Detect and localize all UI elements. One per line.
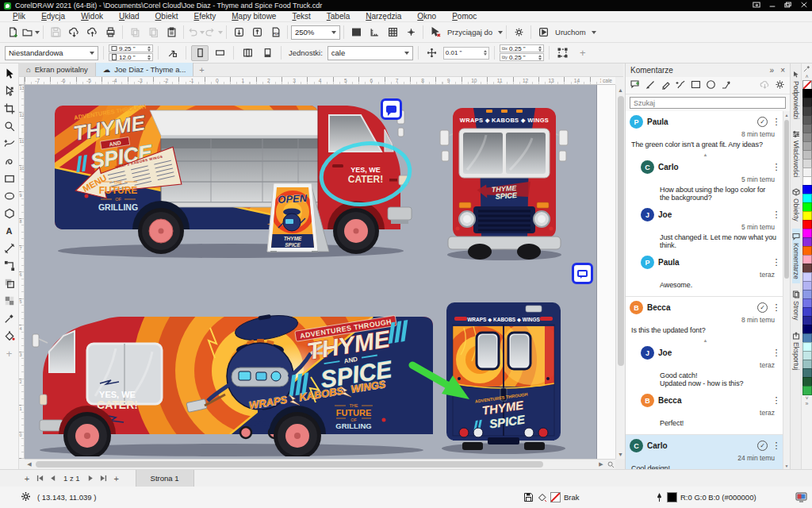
comment-menu-icon[interactable]: ⋮ <box>772 441 781 451</box>
ellipse-tool[interactable] <box>1 187 18 205</box>
previous-page-button[interactable] <box>46 472 59 485</box>
menu-widok[interactable]: Widok <box>73 12 111 21</box>
minimize-button[interactable] <box>768 2 776 10</box>
comment-reply[interactable]: J Joe ⋮ teraz Good catch! Updated now - … <box>641 344 781 391</box>
first-page-button[interactable] <box>33 472 46 485</box>
duplicate-x-field[interactable]: ⧉x0.25 " <box>500 44 544 52</box>
docker-tab-strony[interactable]: Strony <box>792 287 800 325</box>
rectangle-tool[interactable] <box>1 170 18 187</box>
nudge-field[interactable]: 0.01 " <box>443 47 489 60</box>
menu-tabela[interactable]: Tabela <box>319 12 358 21</box>
comment-marker-icon[interactable] <box>381 98 402 120</box>
maximize-button[interactable] <box>784 2 792 10</box>
options-gear-button[interactable] <box>510 25 527 40</box>
comment-thread-1[interactable]: P Paula ✓ ⋮ 8 min temu The green color i… <box>626 111 783 297</box>
comment-menu-icon[interactable]: ⋮ <box>772 257 781 267</box>
comment-menu-icon[interactable]: ⋮ <box>772 210 781 220</box>
menu-okno[interactable]: Okno <box>409 12 444 21</box>
scroll-down-icon[interactable]: ▼ <box>616 449 626 459</box>
comment-menu-icon[interactable]: ⋮ <box>772 395 781 406</box>
new-document-button[interactable] <box>4 25 21 40</box>
crop-tool[interactable] <box>1 100 18 117</box>
draw-pen-button[interactable] <box>645 79 656 91</box>
resolve-check-icon[interactable]: ✓ <box>757 302 768 313</box>
comment-menu-icon[interactable]: ⋮ <box>772 162 781 172</box>
shape-tool[interactable] <box>1 83 18 100</box>
docker-tab-komentarze[interactable]: Komentarze <box>792 229 800 283</box>
page-width-field[interactable]: 9.25 " <box>109 44 153 52</box>
menu-plik[interactable]: Plik <box>5 12 33 21</box>
zoom-level-combo[interactable]: 250% <box>291 25 340 40</box>
collapse-replies-icon[interactable]: ▲ <box>630 338 781 344</box>
highlighter-button[interactable] <box>661 79 671 91</box>
menu-narzedzia[interactable]: Narzędzia <box>358 12 409 21</box>
launch-label[interactable]: Uruchom <box>555 28 586 37</box>
menu-mapy-bitowe[interactable]: Mapy bitowe <box>224 12 284 21</box>
page-tab-strona-1[interactable]: Strona 1 <box>136 470 194 487</box>
vertical-ruler[interactable]: 131211109876543210 <box>19 85 25 459</box>
add-comment-button[interactable] <box>630 79 641 91</box>
text-tool[interactable]: A <box>1 222 18 240</box>
menu-uklad[interactable]: Układ <box>111 12 147 21</box>
freehand-tool[interactable] <box>1 135 18 152</box>
menu-pomoc[interactable]: Pomoc <box>444 12 485 21</box>
docker-tab-obiekty[interactable]: Obiekty <box>792 184 800 225</box>
comment-menu-icon[interactable]: ⋮ <box>772 348 781 358</box>
disable-snap-icon[interactable] <box>427 25 444 40</box>
add-page-after-button[interactable]: + <box>110 472 123 485</box>
truck-side-view-top[interactable]: ADVENTURES THROUGH THYME AND SPICE MENU … <box>48 91 413 262</box>
import-button[interactable] <box>230 25 247 40</box>
palette-expand-icon[interactable]: » <box>806 401 809 406</box>
arrow-annotation-button[interactable] <box>721 79 731 91</box>
comment-marker-icon-2[interactable] <box>572 263 593 284</box>
drop-shadow-tool[interactable] <box>1 275 18 292</box>
menu-tekst[interactable]: Tekst <box>284 12 318 21</box>
drawing-canvas[interactable]: ADVENTURES THROUGH THYME AND SPICE MENU … <box>25 85 615 459</box>
document-color-settings-icon[interactable] <box>795 492 807 502</box>
menu-efekty[interactable]: Efekty <box>186 12 224 21</box>
palette-swatch-34[interactable] <box>802 386 812 395</box>
resolve-check-icon[interactable]: ✓ <box>757 441 768 451</box>
comment-reply[interactable]: B Becca ⋮ teraz Perfect! <box>641 391 781 431</box>
tab-document[interactable]: ☁Joe Diaz - Thyme a... <box>96 63 194 76</box>
tab-welcome-screen[interactable]: ⌂Ekran powitalny <box>19 63 96 76</box>
current-page-button[interactable] <box>259 45 276 61</box>
last-page-button[interactable] <box>98 472 110 485</box>
vertical-scrollbar[interactable]: ▲ ▼ <box>615 85 625 459</box>
snap-to-dropdown-icon[interactable] <box>498 31 503 34</box>
all-pages-button[interactable] <box>239 45 256 61</box>
launch-icon[interactable] <box>534 25 552 40</box>
menu-obiekt[interactable]: Obiekt <box>147 12 186 21</box>
connector-tool[interactable] <box>1 257 18 275</box>
collapse-replies-icon[interactable]: ▲ <box>630 152 781 158</box>
docker-tab-wlasciwosci[interactable]: Właściwości <box>792 126 800 181</box>
units-combo[interactable]: cale <box>327 46 413 60</box>
next-page-button[interactable] <box>85 472 98 485</box>
snap-marker-button[interactable] <box>402 25 419 40</box>
palette-scroll-up-icon[interactable]: ˄ <box>805 74 808 79</box>
portrait-button[interactable] <box>191 45 209 61</box>
fullscreen-preview-button[interactable] <box>347 25 365 40</box>
panel-close-icon[interactable]: × <box>780 66 785 75</box>
pick-tool[interactable] <box>1 65 18 83</box>
comment-reply[interactable]: P Paula ⋮ teraz Awesome. <box>641 253 781 293</box>
cast-window-icon[interactable] <box>753 2 760 10</box>
status-gear-icon[interactable] <box>21 491 31 503</box>
comments-scrollbar[interactable]: ▲ ▼ <box>783 111 790 469</box>
truck-side-view-bottom[interactable]: YES, WE CATER! <box>32 301 440 456</box>
cloud-upload-icon[interactable] <box>83 25 101 40</box>
orientation-angle-button[interactable] <box>163 45 181 61</box>
artistic-media-tool[interactable] <box>1 152 18 170</box>
scroll-left-icon[interactable]: ◀ <box>25 460 34 469</box>
truck-front-view[interactable]: WRAPS ◆ KABOBS ◆ WINGS THYME SPICE <box>439 103 569 262</box>
comment-thread-2[interactable]: B Becca ✓ ⋮ 8 min temu Is this the updat… <box>626 297 783 435</box>
note-button[interactable] <box>676 79 686 91</box>
cloud-download-icon[interactable] <box>65 25 82 40</box>
resolve-check-icon[interactable]: ✓ <box>757 117 768 127</box>
vertical-scroll-thumb[interactable] <box>618 96 624 366</box>
comments-settings-gear-icon[interactable] <box>775 79 785 91</box>
interactive-fill-tool[interactable] <box>1 327 18 344</box>
close-button[interactable] <box>800 2 808 10</box>
save-button[interactable] <box>47 25 64 40</box>
dimension-tool[interactable] <box>1 240 18 257</box>
